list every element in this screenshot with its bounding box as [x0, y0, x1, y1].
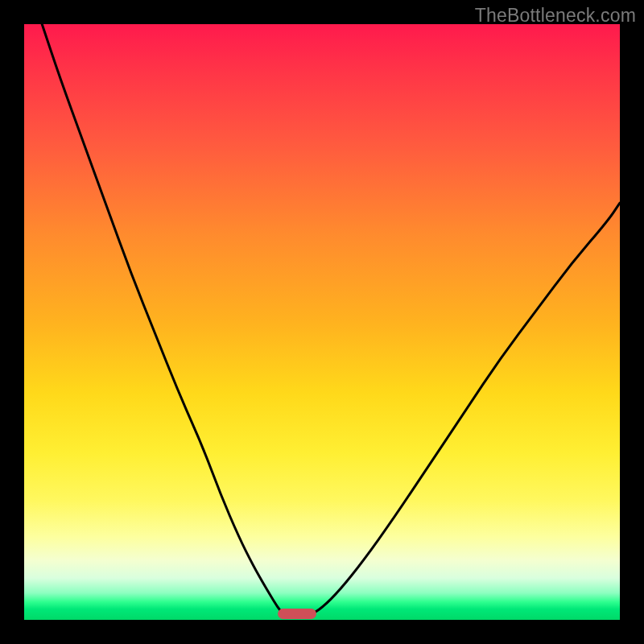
curve-left-branch [42, 24, 285, 615]
curve-right-branch [310, 203, 620, 615]
chart-frame: TheBottleneck.com [0, 0, 644, 644]
curve-layer [24, 24, 620, 620]
bottleneck-marker [278, 609, 316, 619]
plot-area [24, 24, 620, 620]
watermark-text: TheBottleneck.com [475, 5, 636, 27]
